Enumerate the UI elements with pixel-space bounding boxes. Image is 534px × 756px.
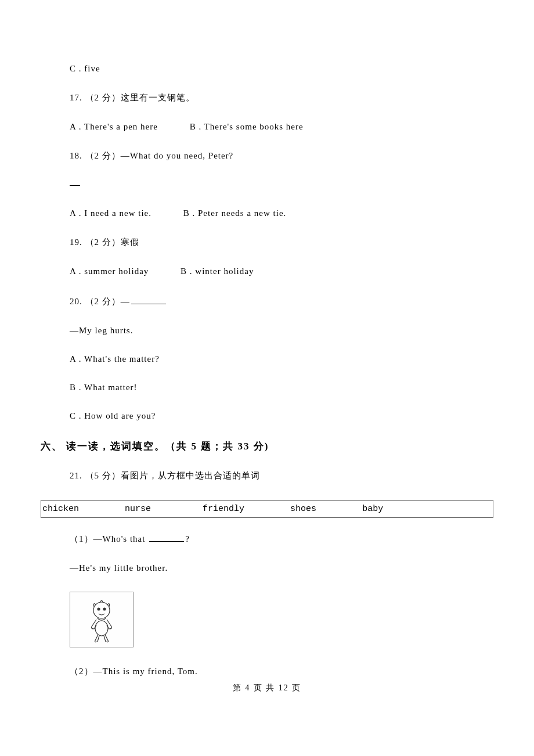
q19-option-a: A . summer holiday [70, 267, 149, 276]
q16-option-c: C . five [70, 64, 493, 74]
q20-option-c: C . How old are you? [70, 411, 493, 421]
q20-reply: —My leg hurts. [70, 326, 493, 336]
q20-stem-text: 20. （2 分）— [70, 297, 130, 306]
section-6-heading: 六、 读一读，选词填空。（共 5 题；共 33 分) [41, 440, 493, 453]
q20-option-a: A . What's the matter? [70, 354, 493, 364]
q17-stem: 17. （2 分）这里有一支钢笔。 [70, 92, 493, 103]
q19-stem: 19. （2 分）寒假 [70, 237, 493, 248]
page-footer: 第 4 页 共 12 页 [41, 683, 493, 693]
q20-option-b: B . What matter! [70, 383, 493, 393]
blank-line [149, 532, 184, 542]
exam-page: C . five 17. （2 分）这里有一支钢笔。 A . There's a… [0, 0, 534, 725]
section-6-content: 21. （5 分）看图片，从方框中选出合适的单词 [41, 470, 493, 481]
q18-stem: 18. （2 分）—What do you need, Peter? [70, 150, 493, 161]
baby-image [70, 592, 134, 647]
q18-dash [70, 180, 493, 190]
q21-sub-content: （1）—Who's that ? —He's my little brother… [41, 532, 493, 677]
q19-option-b: B . winter holiday [181, 267, 254, 276]
q21-sub1-question: （1）—Who's that ? [70, 532, 493, 545]
word-bank-box: chicken nurse friendly shoes baby [41, 500, 493, 518]
baby-icon [81, 596, 122, 643]
q19-options: A . summer holiday B . winter holiday [70, 267, 493, 276]
word-bank-w2: nurse [125, 504, 151, 514]
q18-option-b: B . Peter needs a new tie. [183, 208, 287, 218]
q21-sub1-reply: —He's my little brother. [70, 563, 493, 573]
q21-sub1-post: ? [185, 534, 190, 543]
q18-option-a: A . I need a new tie. [70, 208, 151, 218]
q21-stem: 21. （5 分）看图片，从方框中选出合适的单词 [70, 470, 493, 481]
q21-sub1-pre: （1）—Who's that [70, 534, 148, 543]
blank-line [131, 295, 166, 304]
q17-option-b: B . There's some books here [190, 122, 304, 132]
svg-point-3 [95, 621, 108, 636]
q20-stem: 20. （2 分）— [70, 295, 493, 307]
word-bank-w3: friendly [203, 504, 244, 514]
q17-options: A . There's a pen here B . There's some … [70, 122, 493, 132]
q21-sub2-question: （2）—This is my friend, Tom. [70, 666, 493, 677]
svg-point-1 [98, 608, 100, 610]
svg-point-2 [103, 608, 106, 610]
word-bank-w5: baby [362, 504, 383, 514]
svg-point-0 [93, 602, 110, 618]
word-bank-w1: chicken [42, 504, 79, 514]
q18-options: A . I need a new tie. B . Peter needs a … [70, 208, 493, 218]
q17-option-a: A . There's a pen here [70, 122, 158, 132]
content-area: C . five 17. （2 分）这里有一支钢笔。 A . There's a… [41, 64, 493, 421]
word-bank-w4: shoes [290, 504, 316, 514]
